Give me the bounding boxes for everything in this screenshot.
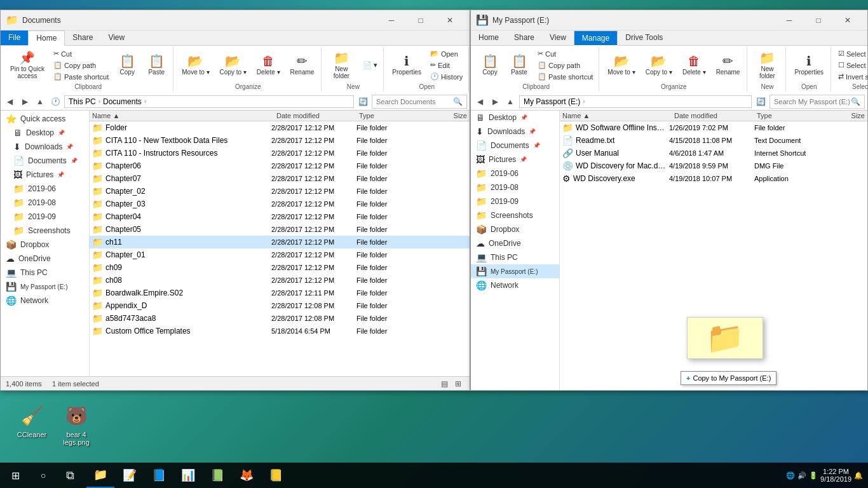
mp-minimize-button[interactable]: ─ xyxy=(775,10,804,30)
mp-back-button[interactable]: ◀ xyxy=(473,95,486,108)
recent-button[interactable]: 🕐 xyxy=(49,95,62,108)
file-row[interactable]: 📁 Chapter05 2/28/2017 12:12 PM File fold… xyxy=(90,223,470,236)
taskbar-firefox[interactable]: 🦊 xyxy=(233,463,261,488)
copy-button[interactable]: 📋 Copy xyxy=(113,52,141,78)
taskbar-sticky[interactable]: 📒 xyxy=(262,463,290,488)
delete-button[interactable]: 🗑 Delete ▾ xyxy=(252,52,285,78)
system-clock[interactable]: 1:22 PM 9/18/2019 xyxy=(820,468,851,483)
pin-quick-access-button[interactable]: 📌 Pin to Quickaccess xyxy=(6,49,49,82)
edit-btn[interactable]: ✏Edit xyxy=(427,60,466,71)
mp-refresh-button[interactable]: 🔄 xyxy=(754,95,767,108)
mp-sidebar-2019-09[interactable]: 📁 2019-09 xyxy=(471,194,559,208)
file-row[interactable]: 📁 Chapter04 2/28/2017 12:12 PM File fold… xyxy=(90,210,470,223)
back-button[interactable]: ◀ xyxy=(3,95,16,108)
mp-invert-sel-button[interactable]: ⇄Invert sele... xyxy=(835,71,868,82)
file-row[interactable]: 📁 Chapter_01 2/28/2017 12:12 PM File fol… xyxy=(90,248,470,261)
file-row[interactable]: 📁 Chapter07 2/28/2017 12:12 PM File fold… xyxy=(90,172,470,185)
mp-sidebar-2019-06[interactable]: 📁 2019-06 xyxy=(471,166,559,180)
tiles-view-button[interactable]: ⊞ xyxy=(452,377,465,390)
mp-copy-button[interactable]: 📋 Copy xyxy=(476,52,504,78)
file-row[interactable]: 📁 CITA 110 - New Textbook Data Files 2/2… xyxy=(90,134,470,147)
move-to-button[interactable]: 📂 Move to ▾ xyxy=(177,52,214,78)
search-input[interactable] xyxy=(376,98,453,105)
sidebar-item-pictures[interactable]: 🖼 Pictures 📌 xyxy=(1,168,89,182)
mp-sidebar-network[interactable]: 🌐 Network xyxy=(471,278,559,292)
file-row[interactable]: 📁 Folder 2/28/2017 12:12 PM File folder xyxy=(90,121,470,134)
mp-sidebar-screenshots[interactable]: 📁 Screenshots xyxy=(471,208,559,222)
cortana-search-button[interactable]: ○ xyxy=(31,463,56,488)
sidebar-item-screenshots[interactable]: 📁 Screenshots xyxy=(1,224,89,238)
address-path[interactable]: This PC › Documents › xyxy=(64,95,354,108)
sidebar-item-thispc[interactable]: 💻 This PC xyxy=(1,266,89,280)
tab-file[interactable]: File xyxy=(1,30,28,45)
mp-tab-drivetools[interactable]: Drive Tools xyxy=(618,30,670,45)
mp-sidebar-dropbox[interactable]: 📦 Dropbox xyxy=(471,222,559,236)
mp-col-type[interactable]: Type xyxy=(757,112,820,119)
taskbar-file-explorer[interactable]: 📁 xyxy=(86,463,114,488)
file-row[interactable]: 📁 Chapter_02 2/28/2017 12:12 PM File fol… xyxy=(90,185,470,198)
desktop-icon-bear[interactable]: 🐻 bear 4 legs.png xyxy=(51,400,102,449)
sidebar-item-desktop[interactable]: 🖥 Desktop 📌 xyxy=(1,126,89,140)
col-header-type[interactable]: Type xyxy=(359,112,423,119)
mp-tab-manage[interactable]: Manage xyxy=(574,30,618,46)
mp-sidebar-desktop[interactable]: 🖥 Desktop 📌 xyxy=(471,111,559,125)
up-button[interactable]: ▲ xyxy=(34,95,46,108)
sidebar-item-quick-access[interactable]: ⭐ Quick access xyxy=(1,112,89,126)
mp-properties-button[interactable]: ℹ Properties xyxy=(790,52,828,78)
maximize-button[interactable]: □ xyxy=(406,10,435,30)
path-thispc[interactable]: This PC xyxy=(69,97,96,106)
sidebar-item-2019-08[interactable]: 📁 2019-08 xyxy=(1,196,89,210)
taskbar-word[interactable]: 📘 xyxy=(145,463,173,488)
sidebar-item-downloads[interactable]: ⬇ Downloads 📌 xyxy=(1,140,89,154)
mp-address-path[interactable]: My Passport (E:) › xyxy=(519,95,752,108)
rename-button[interactable]: ✏ Rename xyxy=(286,52,319,78)
sidebar-item-documents[interactable]: 📄 Documents 📌 xyxy=(1,154,89,168)
taskbar-powerpoint[interactable]: 📊 xyxy=(174,463,202,488)
taskbar-excel[interactable]: 📗 xyxy=(203,463,231,488)
sidebar-item-2019-06[interactable]: 📁 2019-06 xyxy=(1,182,89,196)
sidebar-item-network[interactable]: 🌐 Network xyxy=(1,294,89,308)
file-row[interactable]: 📁 CITA 110 - Instructors Resources 2/28/… xyxy=(90,147,470,159)
open-btn[interactable]: 📂Open xyxy=(427,48,466,59)
col-header-date[interactable]: Date modified xyxy=(276,112,359,119)
history-btn[interactable]: 🕐History xyxy=(427,71,466,82)
copy-path-button[interactable]: 📋Copy path xyxy=(50,60,112,71)
mp-tab-share[interactable]: Share xyxy=(506,30,542,45)
task-view-button[interactable]: ⧉ xyxy=(56,463,84,488)
mp-cut-button[interactable]: ✂Cut xyxy=(534,48,596,59)
mp-sidebar-pictures[interactable]: 🖼 Pictures 📌 xyxy=(471,152,559,166)
file-row[interactable]: 📁 Appendix_D 2/28/2017 12:08 PM File fol… xyxy=(90,299,470,312)
mp-up-button[interactable]: ▲ xyxy=(504,95,517,108)
mp-path-drive[interactable]: My Passport (E:) xyxy=(524,97,580,106)
mp-search-box[interactable]: 🔍 xyxy=(770,95,865,109)
sidebar-item-onedrive[interactable]: ☁ OneDrive xyxy=(1,252,89,266)
mp-file-row[interactable]: 💿 WD Discovery for Mac.dmg 4/19/2018 9:5… xyxy=(560,159,867,172)
mp-sidebar-downloads[interactable]: ⬇ Downloads 📌 xyxy=(471,125,559,139)
mp-select-all-button[interactable]: ☑Select all xyxy=(835,48,868,59)
taskbar-notepad[interactable]: 📝 xyxy=(116,463,144,488)
mp-sidebar-passport[interactable]: 💾 My Passport (E:) xyxy=(471,264,559,278)
file-row[interactable]: 📁 Custom Office Templates 5/18/2014 6:54… xyxy=(90,325,470,337)
mp-sidebar-documents[interactable]: 📄 Documents 📌 xyxy=(471,139,559,152)
mp-copy-path-button[interactable]: 📋Copy path xyxy=(534,60,596,71)
file-row[interactable]: 📁 Chapter06 2/28/2017 12:12 PM File fold… xyxy=(90,159,470,172)
tab-home[interactable]: Home xyxy=(28,30,65,46)
mp-file-row[interactable]: 📁 WD Software Offline Installers 1/26/20… xyxy=(560,121,867,134)
desktop-icon-ccleaner[interactable]: 🧹 CCleaner xyxy=(6,400,57,441)
refresh-button[interactable]: 🔄 xyxy=(356,95,369,108)
mp-rename-button[interactable]: ✏ Rename xyxy=(712,52,745,78)
mp-col-name[interactable]: Name ▲ xyxy=(562,112,674,119)
sidebar-item-2019-09[interactable]: 📁 2019-09 xyxy=(1,210,89,224)
mp-tab-home[interactable]: Home xyxy=(471,30,506,45)
mp-paste-button[interactable]: 📋 Paste xyxy=(505,52,533,78)
path-documents[interactable]: Documents xyxy=(103,97,142,106)
mp-delete-button[interactable]: 🗑 Delete ▾ xyxy=(678,52,710,78)
mp-sidebar-thispc[interactable]: 💻 This PC xyxy=(471,250,559,264)
tab-share[interactable]: Share xyxy=(65,30,100,45)
file-row-selected[interactable]: 📁 ch11 2/28/2017 12:12 PM File folder xyxy=(90,236,470,248)
file-row[interactable]: 📁 Boardwalk.Empire.S02 2/28/2017 12:11 P… xyxy=(90,287,470,299)
mp-paste-shortcut-button[interactable]: 📋Paste shortcut xyxy=(534,71,596,82)
tab-view[interactable]: View xyxy=(100,30,132,45)
mp-file-row[interactable]: ⚙ WD Discovery.exe 4/19/2018 10:07 PM Ap… xyxy=(560,172,867,185)
mp-select-none-button[interactable]: ☐Select none xyxy=(835,60,868,71)
